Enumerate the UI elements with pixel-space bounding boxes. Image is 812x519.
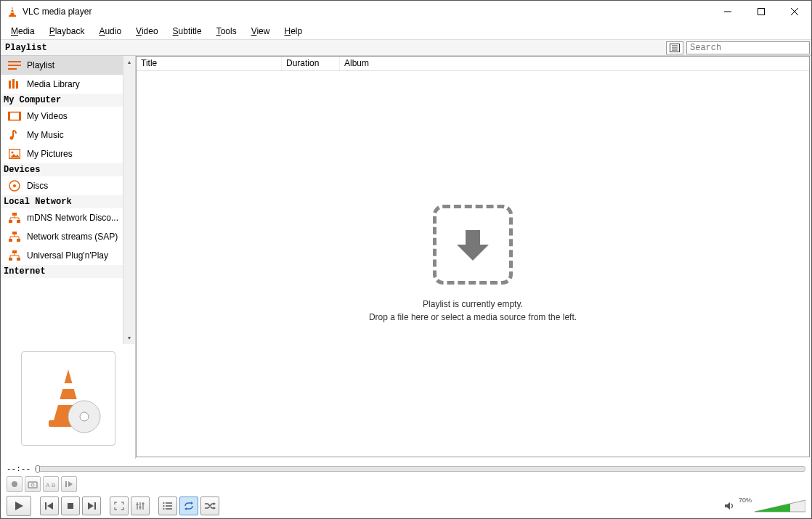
window-controls [711,1,811,23]
svg-rect-17 [9,113,21,120]
svg-rect-27 [17,220,20,223]
menu-media[interactable]: Media [4,25,42,38]
svg-rect-19 [19,112,21,120]
sidebar-item-sap[interactable]: Network streams (SAP) [1,227,135,246]
sidebar-item-upnp[interactable]: Universal Plug'n'Play [1,246,135,265]
close-button[interactable] [778,1,811,23]
svg-rect-65 [142,503,145,504]
column-duration[interactable]: Duration [282,57,340,70]
svg-rect-2 [9,15,16,17]
svg-rect-39 [12,250,17,253]
empty-playlist-area[interactable]: Playlist is currently empty. Drop a file… [137,71,809,457]
sidebar-header-local-network: Local Network [1,195,135,208]
svg-rect-32 [12,232,17,234]
sidebar-item-label: Network streams (SAP) [27,232,131,242]
album-art-placeholder [21,351,115,446]
sidebar-scrollbar[interactable]: ▴ ▾ [123,56,135,344]
sidebar: Playlist Media Library My Computer My Vi… [1,56,136,459]
menu-tools[interactable]: Tools [209,25,244,38]
svg-rect-33 [9,239,12,242]
sidebar-item-label: Discs [27,181,131,191]
sidebar-item-label: mDNS Network Disco... [27,213,131,223]
album-art-box [1,344,135,459]
content-area: Playlist Media Library My Computer My Vi… [1,56,811,459]
svg-rect-64 [139,507,142,508]
seek-slider[interactable] [35,466,805,472]
time-elapsed[interactable]: --:-- [7,465,31,473]
sidebar-item-label: My Music [27,130,131,140]
scroll-down-icon[interactable]: ▾ [123,332,135,344]
vlc-cone-icon [7,6,18,17]
fullscreen-button[interactable] [110,496,129,515]
sidebar-item-media-library[interactable]: Media Library [1,75,135,94]
menu-audio[interactable]: Audio [92,25,129,38]
svg-text:A: A [46,482,50,489]
frame-step-button[interactable] [61,476,77,492]
sidebar-header-internet: Internet [1,265,135,278]
atob-loop-button[interactable]: AB [43,476,59,492]
svg-rect-25 [12,213,17,216]
playlist-toolbar: Playlist [1,40,811,56]
scroll-up-icon[interactable]: ▴ [123,56,135,68]
sidebar-item-my-music[interactable]: My Music [1,126,135,144]
volume-slider[interactable] [755,499,805,513]
previous-button[interactable] [40,496,59,515]
picture-icon [8,148,21,160]
view-mode-button[interactable] [666,41,683,54]
sidebar-header-devices: Devices [1,163,135,176]
sidebar-item-mdns[interactable]: mDNS Network Disco... [1,208,135,227]
library-icon [8,78,21,90]
sidebar-item-label: Universal Plug'n'Play [27,250,131,261]
next-button[interactable] [82,496,101,515]
svg-rect-15 [12,79,15,89]
extended-settings-button[interactable] [131,496,150,515]
seek-knob[interactable] [36,465,40,473]
sidebar-item-playlist[interactable]: Playlist [1,56,135,75]
svg-rect-4 [758,9,765,15]
sidebar-item-discs[interactable]: Discs [1,176,135,195]
speaker-icon[interactable] [724,500,736,512]
volume-control: 70% [724,499,805,513]
shuffle-button[interactable] [200,496,219,515]
player-controls: 70% [1,494,811,518]
extra-controls: AB [1,475,811,494]
video-icon [8,110,21,122]
svg-rect-41 [17,258,20,261]
menu-view[interactable]: View [244,25,277,38]
menu-subtitle[interactable]: Subtitle [166,25,209,38]
network-icon [8,250,21,261]
sidebar-item-my-videos[interactable]: My Videos [1,107,135,126]
sidebar-item-my-pictures[interactable]: My Pictures [1,144,135,163]
maximize-button[interactable] [744,1,778,23]
playlist-toggle-button[interactable] [158,496,177,515]
snapshot-button[interactable] [25,476,41,492]
column-title[interactable]: Title [137,57,282,70]
sidebar-item-label: My Videos [27,111,131,121]
svg-text:B: B [52,482,55,489]
network-icon [8,231,21,242]
loop-button[interactable] [179,496,198,515]
play-button[interactable] [7,496,31,516]
music-icon [8,129,21,141]
svg-point-24 [13,184,16,187]
svg-rect-63 [137,504,139,505]
sidebar-item-label: Playlist [27,60,131,70]
record-button[interactable] [7,476,23,492]
menu-help[interactable]: Help [277,25,309,38]
playlist-icon [8,60,21,71]
svg-rect-52 [28,482,37,488]
sidebar-header-my-computer: My Computer [1,94,135,107]
stop-button[interactable] [61,496,80,515]
column-album[interactable]: Album [340,57,809,70]
menu-video[interactable]: Video [129,25,165,38]
seek-bar-row: --:-- [1,463,811,475]
menu-playback[interactable]: Playback [42,25,92,38]
svg-point-22 [12,152,14,154]
svg-rect-16 [16,81,18,89]
minimize-button[interactable] [711,1,744,23]
svg-rect-59 [94,502,96,510]
empty-message: Playlist is currently empty. Drop a file… [369,298,577,324]
search-input[interactable] [686,41,810,54]
svg-point-50 [80,412,89,421]
svg-rect-1 [11,12,15,13]
